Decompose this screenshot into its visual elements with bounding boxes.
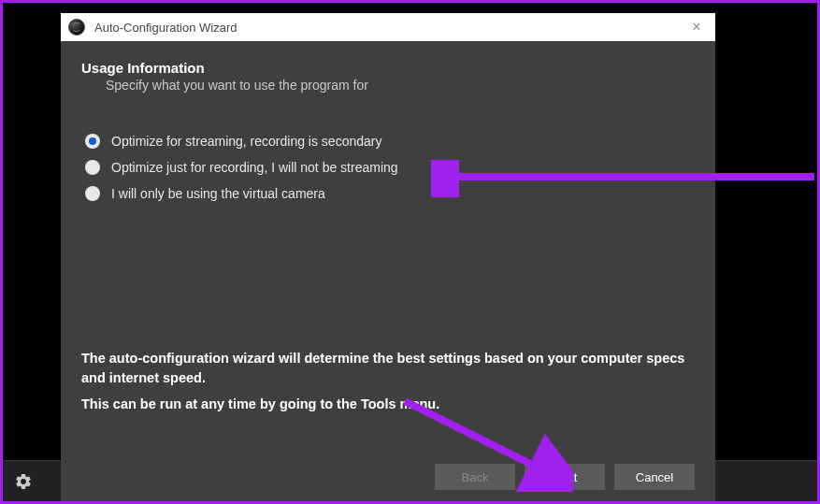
obs-logo-icon [68, 19, 85, 36]
back-button: Back [435, 464, 515, 490]
gear-icon [14, 472, 33, 491]
radio-label: I will only be using the virtual camera [111, 186, 325, 201]
section-title: Usage Information [81, 60, 695, 76]
section-subtitle: Specify what you want to use the program… [106, 78, 695, 93]
radio-icon [85, 134, 100, 149]
wizard-body: Usage Information Specify what you want … [61, 41, 715, 503]
radio-icon [85, 160, 100, 175]
dialog-titlebar: Auto-Configuration Wizard × [61, 13, 715, 41]
info-line-1: The auto-configuration wizard will deter… [81, 349, 695, 390]
close-button[interactable]: × [685, 19, 708, 36]
cancel-button[interactable]: Cancel [614, 464, 695, 490]
option-recording[interactable]: Optimize just for recording, I will not … [85, 160, 695, 175]
wizard-button-row: Back Next Cancel [81, 464, 695, 490]
settings-button[interactable] [8, 467, 38, 497]
radio-label: Optimize for streaming, recording is sec… [111, 134, 381, 149]
next-button[interactable]: Next [525, 464, 605, 490]
window-title: Auto-Configuration Wizard [94, 21, 685, 35]
info-line-2: This can be run at any time by going to … [81, 396, 695, 411]
radio-label: Optimize just for recording, I will not … [111, 160, 398, 175]
radio-icon [85, 186, 100, 201]
option-virtual-camera[interactable]: I will only be using the virtual camera [85, 186, 695, 201]
option-streaming[interactable]: Optimize for streaming, recording is sec… [85, 134, 695, 149]
usage-radio-group: Optimize for streaming, recording is sec… [85, 134, 695, 212]
